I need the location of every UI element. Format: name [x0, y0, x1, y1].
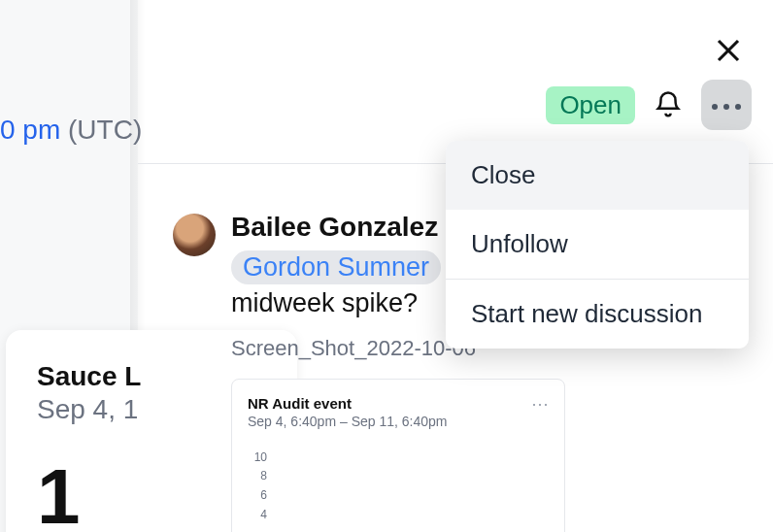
- notifications-button[interactable]: [649, 85, 688, 124]
- close-icon: [714, 36, 743, 65]
- more-actions-menu: Close Unfollow Start new discussion: [446, 141, 749, 349]
- more-icon: [709, 96, 744, 114]
- chart-area: 10864: [248, 448, 549, 532]
- time-header: 0 pm (UTC): [0, 115, 142, 146]
- time-zone: (UTC): [68, 115, 142, 145]
- chart-bars: [275, 448, 545, 532]
- chart-range: Sep 4, 6:40pm – Sep 11, 6:40pm: [248, 414, 549, 429]
- chart-y-axis: 10864: [248, 448, 269, 532]
- chart-title: NR Audit event: [248, 395, 549, 412]
- menu-item-unfollow[interactable]: Unfollow: [446, 210, 749, 279]
- header-actions: Open: [546, 80, 752, 130]
- bell-icon: [654, 90, 683, 119]
- time-value: 0 pm: [0, 115, 60, 145]
- close-panel-button[interactable]: [711, 33, 746, 68]
- mention-pill[interactable]: Gordon Sumner: [231, 250, 441, 284]
- menu-item-close[interactable]: Close: [446, 141, 749, 210]
- chart-more-button[interactable]: ⋯: [531, 393, 551, 415]
- menu-item-start-discussion[interactable]: Start new discussion: [446, 280, 749, 349]
- chart-embed: NR Audit event Sep 4, 6:40pm – Sep 11, 6…: [231, 379, 565, 532]
- more-actions-button[interactable]: [701, 80, 752, 130]
- avatar: [173, 214, 216, 256]
- status-badge: Open: [546, 86, 635, 124]
